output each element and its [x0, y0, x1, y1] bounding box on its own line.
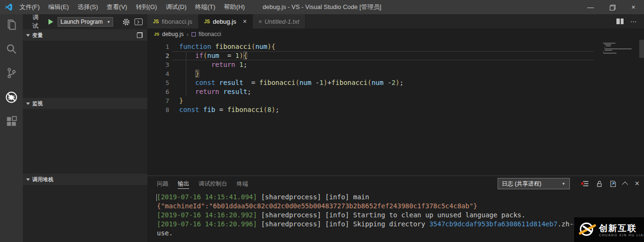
chevron-right-icon: ›	[186, 31, 188, 38]
breadcrumb-symbol[interactable]: fibonacci	[199, 31, 221, 37]
menu-debug[interactable]: 调试(D)	[161, 0, 191, 14]
minimap-line	[605, 48, 632, 49]
tab-debug-js[interactable]: JS debug.js ×	[199, 14, 253, 28]
debug-console-icon[interactable]	[135, 19, 143, 25]
tab-label: Untitled-1.txt	[265, 18, 299, 25]
output-channel-select[interactable]: 日志 (共享进程) ▼	[498, 178, 570, 189]
log-line: [2019-07-16 14:16:20.996] [sharedprocess…	[157, 220, 644, 229]
minimap-line	[606, 46, 611, 47]
vscode-logo-icon	[5, 3, 12, 11]
line-number[interactable]: 5	[147, 78, 169, 87]
js-file-icon: JS	[204, 19, 210, 24]
source-control-icon[interactable]	[5, 67, 18, 79]
menu-go[interactable]: 转到(G)	[132, 0, 162, 14]
window-controls: — ×	[580, 0, 644, 14]
code-line[interactable]: 7}	[147, 96, 644, 105]
debug-toolbar-label: 调试	[32, 13, 44, 30]
collapse-all-icon[interactable]	[137, 32, 143, 38]
section-label: 变量	[32, 32, 43, 39]
log-line: [2019-07-16 14:16:20.992] [sharedprocess…	[157, 211, 644, 220]
txt-file-icon: ≡	[259, 19, 261, 24]
vscode-window: 文件(F) 编辑(E) 选择(S) 查看(V) 转到(G) 调试(D) 终端(T…	[0, 0, 644, 242]
restore-icon[interactable]	[601, 0, 623, 14]
section-header-variables[interactable]: 变量	[23, 29, 147, 41]
line-number[interactable]: 4	[147, 69, 169, 78]
panel-tab-output[interactable]: 输出	[178, 176, 189, 191]
twistie-icon	[26, 34, 30, 37]
line-number[interactable]: 1	[147, 42, 169, 51]
menu-help[interactable]: 帮助(H)	[220, 0, 249, 14]
output-panel[interactable]: [2019-07-16 14:15:41.094] [sharedprocess…	[147, 191, 644, 242]
output-log: [2019-07-16 14:15:41.094] [sharedprocess…	[157, 193, 644, 238]
more-actions-icon[interactable]: ⋯	[630, 18, 637, 25]
minimap[interactable]	[603, 43, 637, 54]
gear-icon[interactable]	[122, 18, 130, 26]
code-line[interactable]: 2 if(num = 1){	[147, 51, 644, 60]
minimap-line	[605, 44, 611, 45]
panel-tab-terminal[interactable]: 终端	[237, 176, 248, 191]
line-number[interactable]: 8	[147, 105, 169, 114]
tabbar-actions: ⋯	[616, 14, 644, 28]
panel-tab-problems[interactable]: 问题	[157, 176, 168, 191]
start-debug-icon[interactable]	[48, 19, 53, 25]
section-label: 调用堆栈	[32, 176, 53, 183]
code-editor[interactable]: 1function fibonacci(num){2 if(num = 1){3…	[147, 40, 644, 176]
code-line[interactable]: 8const fib = fibonacci(8);	[147, 105, 644, 114]
code-line[interactable]: 1function fibonacci(num){	[147, 42, 644, 51]
editor-scrollbar[interactable]	[639, 40, 644, 58]
code-line[interactable]: 4 }	[147, 69, 644, 78]
titlebar: 文件(F) 编辑(E) 选择(S) 查看(V) 转到(G) 调试(D) 终端(T…	[0, 0, 644, 14]
watermark-title: 创新互联	[599, 223, 644, 233]
close-window-icon[interactable]: ×	[623, 0, 644, 14]
debug-icon[interactable]	[5, 91, 18, 103]
minimize-icon[interactable]: —	[580, 0, 601, 14]
code-lines: 1function fibonacci(num){2 if(num = 1){3…	[147, 40, 644, 114]
unlock-scroll-icon[interactable]	[596, 180, 603, 187]
output-channel-value: 日志 (共享进程)	[502, 180, 541, 188]
log-line: use.	[157, 229, 644, 238]
line-number[interactable]: 2	[147, 51, 169, 60]
debug-configuration-select[interactable]: Launch Program ▼	[58, 17, 113, 27]
chevron-down-icon: ▼	[562, 182, 566, 186]
search-icon[interactable]	[5, 43, 18, 55]
code-line[interactable]: 6 return result;	[147, 87, 644, 96]
watermark: 创新互联 CHUANG XIN HU LIAN	[574, 217, 644, 242]
bottom-panel: 问题 输出 调试控制台 终端 日志 (共享进程) ▼	[147, 176, 644, 242]
menu-edit[interactable]: 编辑(E)	[44, 0, 73, 14]
panel-tab-debug-console[interactable]: 调试控制台	[199, 176, 227, 191]
text-cursor	[156, 194, 157, 201]
close-tab-icon[interactable]: ×	[243, 18, 247, 25]
section-header-callstack[interactable]: 调用堆栈	[23, 174, 147, 185]
watermark-logo-icon	[579, 222, 595, 238]
tab-label: fibonacci.js	[162, 18, 192, 25]
clear-output-icon[interactable]	[581, 180, 589, 187]
breadcrumb-file[interactable]: debug.js	[162, 31, 183, 37]
maximize-panel-icon[interactable]	[624, 182, 628, 186]
minimap-line	[603, 53, 616, 54]
line-number[interactable]: 3	[147, 60, 169, 69]
code-line[interactable]: 5 const result = fibonacci(num -1)+fibon…	[147, 78, 644, 87]
open-log-file-icon[interactable]	[610, 180, 616, 187]
tab-fibonacci-js[interactable]: JS fibonacci.js	[147, 14, 199, 28]
twistie-icon	[26, 178, 30, 181]
close-panel-icon[interactable]: ×	[635, 180, 639, 187]
tab-label: debug.js	[213, 18, 236, 25]
debug-sidebar: 调试 Launch Program ▼ 变量	[23, 14, 147, 242]
tab-untitled-txt[interactable]: ≡ Untitled-1.txt	[253, 14, 305, 28]
line-number[interactable]: 7	[147, 96, 169, 105]
menu-selection[interactable]: 选择(S)	[73, 0, 102, 14]
menu-file[interactable]: 文件(F)	[15, 0, 44, 14]
code-line[interactable]: 3 return 1;	[147, 60, 644, 69]
symbol-icon	[192, 32, 196, 37]
menu-terminal[interactable]: 终端(T)	[191, 0, 220, 14]
minimap-line	[603, 51, 604, 52]
extensions-icon[interactable]	[5, 115, 18, 128]
explorer-icon[interactable]	[5, 19, 18, 31]
breadcrumb: JS debug.js › fibonacci	[147, 28, 644, 40]
menu-view[interactable]: 查看(V)	[102, 0, 131, 14]
section-label: 监视	[32, 100, 43, 107]
line-number[interactable]: 6	[147, 87, 169, 96]
log-line: [2019-07-16 14:15:41.094] [sharedprocess…	[157, 193, 644, 202]
split-editor-icon[interactable]	[616, 19, 624, 24]
section-header-watch[interactable]: 监视	[23, 98, 147, 109]
